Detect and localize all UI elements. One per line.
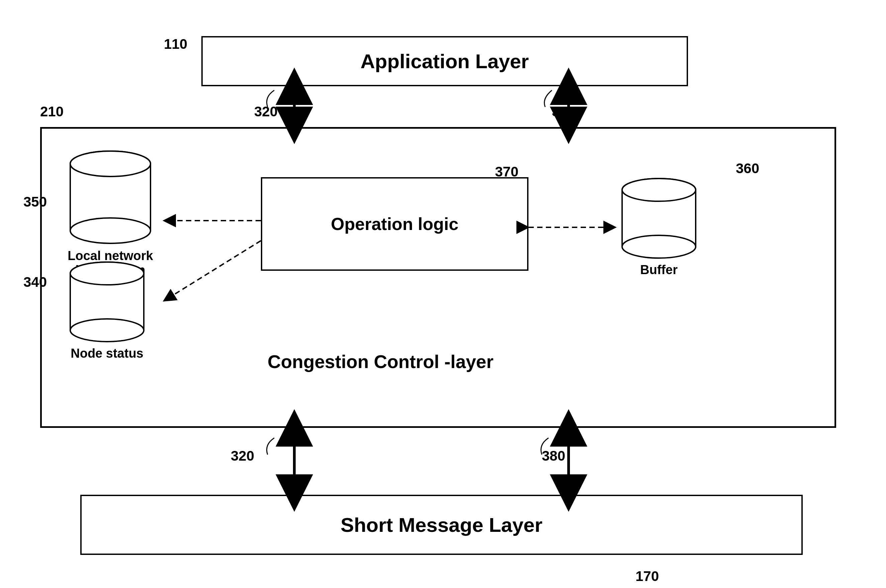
app-layer-label: Application Layer bbox=[360, 50, 529, 73]
ref-350: 350 bbox=[23, 194, 47, 210]
svg-point-2 bbox=[70, 218, 150, 243]
svg-point-7 bbox=[70, 262, 144, 285]
ref-370: 370 bbox=[495, 164, 518, 180]
ref-340: 340 bbox=[23, 274, 47, 290]
op-logic-label: Operation logic bbox=[331, 214, 458, 234]
op-logic-box: Operation logic bbox=[261, 177, 529, 271]
svg-point-6 bbox=[70, 319, 144, 342]
cc-layer-label: Congestion Control -layer bbox=[267, 351, 493, 372]
ref-360: 360 bbox=[736, 160, 759, 177]
node-status-cylinder: Node status bbox=[63, 261, 150, 361]
ref-210: 210 bbox=[40, 104, 63, 120]
diagram-container: Application Layer 110 210 Congestion Con… bbox=[0, 0, 886, 588]
buffer-label: Buffer bbox=[616, 263, 702, 277]
arrow-ref-380-bot: 380 bbox=[542, 448, 565, 464]
buffer-cylinder: Buffer bbox=[616, 177, 702, 277]
svg-point-10 bbox=[622, 236, 696, 258]
ref-110: 110 bbox=[164, 36, 187, 52]
sml-label: Short Message Layer bbox=[341, 513, 542, 537]
cc-layer-box bbox=[40, 127, 836, 428]
arrow-ref-320-bot: 320 bbox=[231, 448, 254, 464]
node-status-label: Node status bbox=[63, 346, 150, 361]
arrow-ref-320-top: 320 bbox=[254, 104, 278, 120]
ref-170: 170 bbox=[635, 568, 659, 584]
arrow-ref-380-top: 380 bbox=[552, 104, 575, 120]
app-layer-box: Application Layer bbox=[201, 36, 688, 86]
svg-point-11 bbox=[622, 178, 696, 201]
sml-box: Short Message Layer bbox=[80, 495, 803, 555]
svg-point-3 bbox=[70, 151, 150, 177]
